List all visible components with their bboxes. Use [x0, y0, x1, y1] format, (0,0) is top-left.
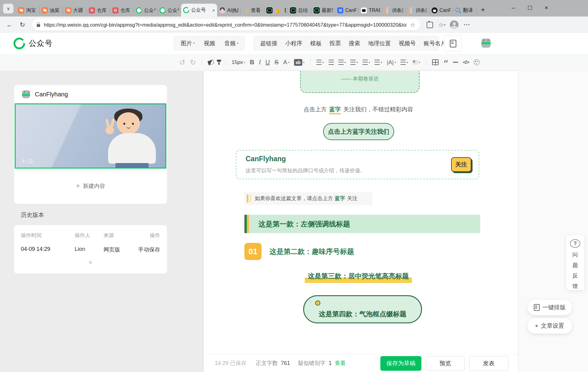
highlight-color-button[interactable]: ab▾	[294, 59, 304, 66]
italic-button[interactable]: I	[259, 59, 261, 66]
menu-hyperlink[interactable]: 超链接	[260, 39, 277, 47]
avatar-icon	[219, 7, 225, 13]
paragraph-icon	[375, 60, 380, 65]
style3-heading[interactable]: 这是第三款：居中荧光笔高亮标题	[305, 272, 412, 283]
menu-audio[interactable]: 音频▾	[224, 39, 239, 47]
editor-content[interactable]: 把时间花在美好的事物上。 —— 本期卷首语 点击上方蓝字关注我们，不错过精彩内容…	[204, 71, 518, 372]
browser-tab-active[interactable]: 公众号×	[181, 4, 217, 17]
letter-spacing-button[interactable]: |A|▾	[387, 59, 396, 66]
account-profile-card[interactable]: CanFlyhang 这里可以写一句简短的品牌口号或介绍，传递价值。 关注	[236, 150, 479, 179]
cover-image[interactable]: 标题	[15, 103, 166, 169]
intro-quote-box[interactable]: 把时间花在美好的事物上。 —— 本期卷首语	[300, 71, 420, 93]
menu-video[interactable]: 视频	[204, 39, 215, 47]
browser-tab[interactable]: ★查看	[241, 4, 264, 17]
browser-tab[interactable]: CanFl	[429, 4, 453, 17]
extensions-button[interactable]	[425, 20, 434, 29]
browser-tab[interactable]: (8条消	[382, 4, 406, 17]
menu-template[interactable]: 模板	[310, 39, 322, 47]
save-draft-button[interactable]: 保存为草稿	[380, 356, 421, 371]
account-avatar[interactable]	[481, 39, 491, 48]
redo-button[interactable]: ↻	[190, 58, 196, 67]
preview-button[interactable]: 预览	[426, 356, 465, 371]
new-tab-button[interactable]: +	[481, 4, 485, 16]
menu-search[interactable]: 搜索	[349, 39, 360, 47]
one-click-format-button[interactable]: 一键排版	[527, 300, 572, 315]
horizontal-rule-button[interactable]	[453, 62, 458, 63]
drop-cap-button[interactable]: ▾	[413, 60, 420, 64]
browser-tab[interactable]: 翻译	[453, 4, 477, 17]
close-window-button[interactable]: ×	[538, 0, 554, 15]
menu-channels[interactable]: 视频号	[399, 39, 416, 47]
style4-heading-bubble[interactable]: 这是第四款：气泡框点缀标题	[303, 295, 422, 323]
strikethrough-button[interactable]: S	[274, 59, 278, 66]
menu-miniprogram[interactable]: 小程序	[285, 39, 303, 47]
reload-button[interactable]: ↻	[18, 20, 27, 29]
back-button[interactable]: ←	[5, 20, 14, 29]
tab-label: 仓库	[120, 7, 130, 14]
feedback-label: 题	[572, 261, 578, 269]
browser-tab[interactable]: 淘淘宝	[16, 4, 40, 17]
menu-vote[interactable]: 投票	[330, 39, 341, 47]
feedback-panel[interactable]: ? 问 题 反 馈	[566, 236, 584, 290]
paragraph-indent-button[interactable]: ▾	[375, 60, 382, 65]
emoji-button[interactable]	[474, 59, 480, 65]
minimize-button[interactable]: –	[505, 0, 521, 15]
menu-location[interactable]: 地理位置	[368, 39, 391, 47]
profile-button[interactable]	[450, 20, 459, 29]
browser-tab[interactable]: 总结	[288, 4, 311, 17]
line-height-button[interactable]: ▾	[363, 60, 370, 65]
font-size-select[interactable]: 15px▾	[232, 59, 245, 65]
browser-menu-button[interactable]: ···	[462, 20, 472, 29]
menu-account-card[interactable]: 账号名片	[424, 39, 447, 47]
align-button[interactable]: ▾	[316, 60, 324, 65]
code-button[interactable]: </>	[463, 60, 469, 65]
tab-list-menu-button[interactable]: ∨	[3, 4, 13, 13]
table-button[interactable]	[432, 59, 439, 65]
clear-format-button[interactable]	[208, 60, 214, 65]
indent-right-button[interactable]	[329, 60, 334, 65]
browser-tab[interactable]: G仓库	[110, 4, 134, 17]
browser-tab[interactable]: 👍 【	[264, 4, 288, 17]
browser-tab[interactable]: 最新S	[311, 4, 335, 17]
list-button[interactable]: ▾	[401, 60, 408, 65]
indent-left-button[interactable]: ▾	[338, 60, 346, 65]
browser-tab[interactable]: 公众号	[134, 4, 157, 17]
follow-button[interactable]: 关注	[451, 157, 471, 172]
close-icon[interactable]: ×	[212, 8, 215, 13]
history-expand-button[interactable]: ∨	[14, 259, 167, 265]
follow-hint-line[interactable]: 点击上方蓝字关注我们，不错过精彩内容	[236, 106, 481, 113]
browser-tab[interactable]: G仓库	[87, 4, 110, 17]
bookmark-star-icon[interactable]: ☆	[410, 21, 415, 28]
publish-button[interactable]: 发表	[469, 356, 508, 371]
colorful-app-icon	[384, 7, 390, 13]
favorites-button[interactable]: ☆≡	[437, 20, 447, 29]
new-content-button[interactable]: + 新建内容	[14, 177, 167, 195]
browser-tab[interactable]: CanFl	[335, 4, 359, 17]
address-bar[interactable]: https://mp.weixin.qq.com/cgi-bin/appmsg?…	[32, 19, 420, 31]
menu-image[interactable]: 图片▾	[181, 39, 195, 47]
underline-button[interactable]: U	[266, 59, 270, 66]
font-color-button[interactable]: A▾	[283, 59, 290, 66]
undo-button[interactable]: ↺	[179, 58, 185, 67]
browser-tab[interactable]: 淘大疆	[63, 4, 87, 17]
blockquote-button[interactable]: ”	[443, 59, 448, 66]
chevron-down-icon: ∨	[89, 259, 92, 265]
format-painter-button[interactable]	[218, 60, 220, 65]
wechat-mp-icon	[183, 7, 189, 13]
browser-tab[interactable]: (8条消	[406, 4, 429, 17]
maximize-button[interactable]	[522, 0, 538, 15]
browser-tab[interactable]: 公众号	[157, 4, 181, 17]
follow-pill-button[interactable]: 点击上方蓝字关注我们	[323, 123, 394, 140]
like-hint-bar[interactable]: 如果你喜欢这篇文章，请点击上方蓝字关注	[244, 192, 372, 205]
browser-tab[interactable]: AI挑战	[217, 4, 241, 17]
article-settings-button[interactable]: » 文章设置	[527, 318, 572, 333]
browser-tab[interactable]: TRAE	[359, 4, 382, 17]
check-link[interactable]: 查看	[335, 359, 346, 367]
account-row: CanFlyhang	[14, 85, 167, 103]
browser-tab[interactable]: 淘油菜	[40, 4, 63, 17]
style2-heading[interactable]: 这是第二款：趣味序号标题	[270, 243, 354, 260]
bold-button[interactable]: B	[250, 59, 254, 66]
clipboard-button[interactable]	[444, 35, 462, 51]
style1-heading[interactable]: 这是第一款：左侧强调线标题	[244, 215, 480, 233]
space-before-button[interactable]: ▾	[350, 60, 358, 65]
